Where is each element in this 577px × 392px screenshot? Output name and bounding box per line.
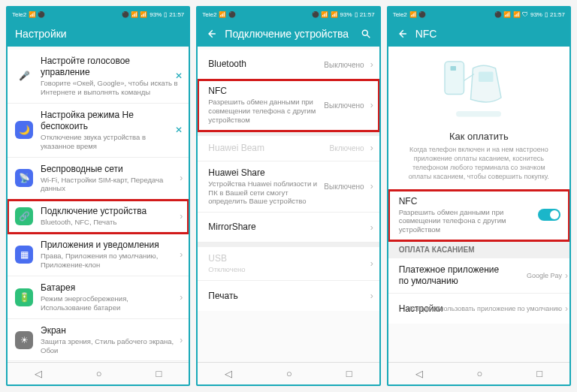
settings-row[interactable]: 🔗Подключение устройстваBluetooth, NFC, П… (8, 200, 189, 234)
settings-row[interactable]: 📡Беспроводные сетиWi-Fi, Настройки SIM-к… (8, 158, 189, 201)
connection-row[interactable]: Печать› (198, 281, 379, 311)
svg-rect-2 (451, 66, 457, 71)
settings-row[interactable]: ☀ЭкранЗащита зрения, Стиль рабочего экра… (8, 319, 189, 362)
row-title: Huawei Share (208, 167, 370, 179)
row-title: Приложения и уведомления (41, 240, 180, 251)
chevron-right-icon: › (370, 258, 373, 269)
row-sub: Отключение звука устройства в указанное … (41, 133, 180, 151)
row-sub: Wi-Fi, Настройки SIM-карт, Передача данн… (41, 176, 180, 194)
chevron-right-icon: › (180, 211, 183, 222)
statusbar: Tele2📶 ⚫ ⚫ 📶 📶93%▯21:57 (8, 8, 189, 21)
appbar: Настройки (8, 21, 189, 47)
payment-row[interactable]: Платежное приложение по умолчаниюGoogle … (388, 258, 569, 294)
chevron-right-icon: › (370, 291, 373, 301)
connection-row: USBОтключено› (198, 243, 379, 281)
nav-back-icon[interactable]: ◁ (225, 368, 232, 379)
how-to-pay-title: Как оплатить (449, 131, 509, 142)
connection-row[interactable]: NFCРазрешить обмен данными при совмещени… (198, 80, 379, 131)
nfc-toggle[interactable] (538, 209, 560, 221)
chevron-right-icon: › (565, 270, 568, 281)
row-sub: Отключено (208, 265, 321, 274)
row-title: Платежное приложение по умолчанию (399, 264, 504, 287)
chevron-right-icon: › (370, 143, 373, 153)
row-sub: Bluetooth, NFC, Печать (41, 218, 180, 227)
nfc-illustration-block: Как оплатить Когда телефон включен и на … (388, 47, 569, 190)
nfc-content: Как оплатить Когда телефон включен и на … (388, 47, 569, 362)
phone-settings: Tele2📶 ⚫ ⚫ 📶 📶93%▯21:57 Настройки 🎤Настр… (6, 6, 190, 386)
battery-label: 93% (150, 11, 162, 18)
phone-device-connection: Tele2📶 ⚫ ⚫ 📶 📶93%▯21:57 Подключение устр… (196, 6, 380, 386)
row-icon: ☀ (15, 331, 33, 349)
navbar: ◁ ○ □ (388, 362, 569, 384)
connection-list: BluetoothВыключено›NFCРазрешить обмен да… (198, 47, 379, 362)
row-title: Настройте голосовое управление (41, 56, 180, 78)
row-title: NFC (208, 86, 370, 97)
settings-row[interactable]: 🔊ЗвукНе беспокоить, Мелодия вызова, Вибр… (8, 361, 189, 362)
row-value: Выключено (324, 60, 364, 68)
nav-home-icon[interactable]: ○ (96, 368, 102, 379)
search-icon[interactable] (360, 28, 372, 40)
row-title: Беспроводные сети (41, 164, 180, 175)
chevron-right-icon: › (565, 303, 568, 314)
nfc-toggle-row[interactable]: NFC Разрешить обмен данными при совмещен… (388, 190, 569, 242)
settings-row[interactable]: 🌙Настройка режима Не беспокоитьОтключени… (8, 104, 189, 158)
settings-row[interactable]: ▦Приложения и уведомленияПрава, Приложен… (8, 234, 189, 276)
nav-back-icon[interactable]: ◁ (35, 368, 42, 379)
row-sub: Защита зрения, Стиль рабочего экрана, Об… (41, 337, 180, 355)
nav-home-icon[interactable]: ○ (286, 368, 292, 379)
settings-row[interactable]: 🔋БатареяРежим энергосбережения, Использо… (8, 276, 189, 319)
chevron-right-icon: › (370, 222, 373, 233)
row-sub: Разрешить обмен данными при совмещении т… (208, 98, 321, 125)
row-icon: 🔋 (15, 288, 33, 306)
page-title: NFC (415, 28, 562, 40)
connection-row: Huawei BeamВключено› (198, 131, 379, 161)
row-value: Выключено (324, 101, 364, 109)
settings-row[interactable]: 🎤Настройте голосовое управлениеГоворите … (8, 50, 189, 104)
row-title: Экран (41, 325, 180, 336)
row-value: Выключено (324, 182, 364, 191)
back-icon[interactable] (396, 28, 408, 40)
carrier-label: Tele2 (12, 11, 26, 18)
row-title: Настройка режима Не беспокоить (41, 110, 180, 132)
nav-recent-icon[interactable]: □ (156, 368, 162, 379)
chevron-right-icon: › (180, 292, 183, 303)
row-value: Google Pay (527, 272, 562, 280)
close-icon[interactable]: ✕ (175, 125, 183, 135)
chevron-right-icon: › (180, 173, 183, 183)
row-title: Батарея (41, 282, 180, 294)
row-icon: 📡 (15, 169, 33, 187)
nav-recent-icon[interactable]: □ (346, 368, 352, 379)
tap-to-pay-illustration (434, 57, 524, 125)
row-title: Подключение устройства (41, 206, 180, 217)
row-sub: Говорите «Окей, Google», чтобы искать в … (41, 79, 180, 97)
row-title: Печать (208, 291, 370, 302)
connection-row[interactable]: BluetoothВыключено› (198, 50, 379, 80)
svg-rect-4 (456, 111, 501, 117)
chevron-right-icon: › (370, 181, 373, 191)
row-icon: 🌙 (15, 121, 33, 139)
payment-row[interactable]: НастройкиВсегда использовать приложение … (388, 294, 569, 324)
connection-row[interactable]: MirrorShare› (198, 213, 379, 243)
nav-home-icon[interactable]: ○ (476, 368, 482, 379)
navbar: ◁ ○ □ (8, 362, 189, 384)
back-icon[interactable] (205, 28, 217, 40)
svg-rect-3 (479, 72, 494, 83)
nav-back-icon[interactable]: ◁ (415, 368, 423, 379)
page-title: Настройки (15, 28, 181, 40)
phone-nfc: Tele2📶 ⚫ ⚫ 📶 📶 🛡93%▯21:57 NFC Как оплати… (387, 6, 571, 386)
settings-list: 🎤Настройте голосовое управлениеГоворите … (8, 47, 189, 362)
chevron-right-icon: › (180, 249, 183, 260)
nfc-row-title: NFC (399, 196, 532, 207)
clock-label: 21:57 (169, 11, 184, 18)
chevron-right-icon: › (180, 335, 183, 345)
row-title: USB (208, 253, 370, 264)
statusbar: Tele2📶 ⚫ ⚫ 📶 📶93%▯21:57 (198, 8, 379, 21)
close-icon[interactable]: ✕ (175, 71, 183, 81)
how-to-pay-text: Когда телефон включен и на нем настроено… (400, 145, 557, 182)
connection-row[interactable]: Huawei ShareУстройства Huawei поблизости… (198, 161, 379, 213)
row-value: Включено (330, 144, 364, 152)
row-icon: 🔗 (15, 207, 33, 225)
nav-recent-icon[interactable]: □ (536, 368, 542, 379)
appbar: NFC (388, 21, 569, 47)
row-sub: Права, Приложения по умолчанию, Приложен… (41, 252, 180, 270)
